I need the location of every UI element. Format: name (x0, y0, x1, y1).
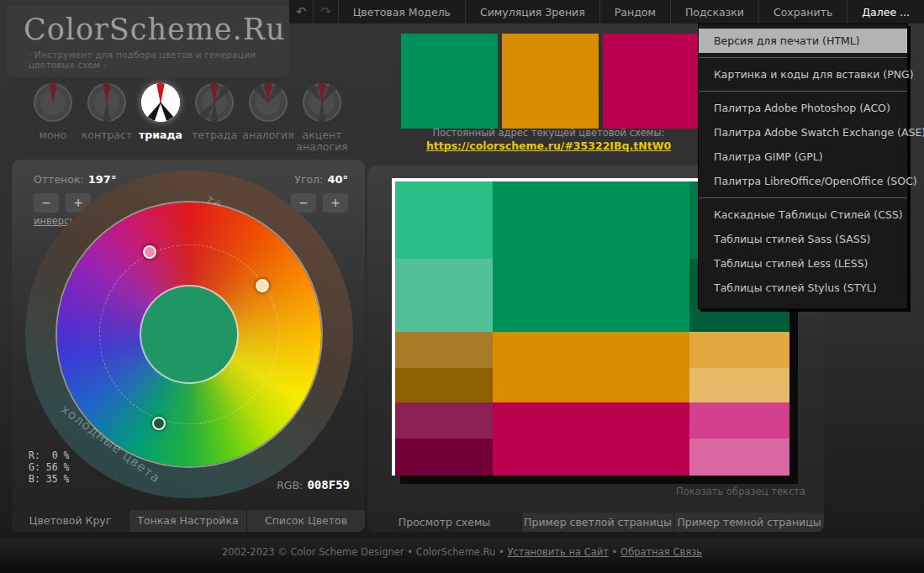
mode-triad[interactable]: триада (134, 83, 187, 154)
undo-icon[interactable]: ↶ (289, 0, 314, 24)
rgb-label: RGB: (277, 479, 303, 492)
feedback-link[interactable]: Обратная Связь (620, 546, 702, 558)
preview-cell-tertiary (493, 402, 689, 476)
angle-value: 40° (327, 173, 348, 186)
menu-separator (699, 57, 907, 58)
accent-analogic-dial-icon (303, 83, 341, 122)
tab-color-wheel[interactable]: Цветовой Круг (12, 510, 129, 532)
menu-item-less[interactable]: Таблицы стилей Less (LESS) (699, 251, 907, 276)
tab-scheme-view[interactable]: Просмотр схемы (367, 513, 522, 532)
toolbar: ↶ ↷ Цветовая Модель Симуляция Зрения Ран… (289, 0, 924, 24)
toolbar-hints-button[interactable]: Подсказки (671, 0, 759, 24)
colorscheme-app: ColorScheme.Ru · Инструмент для подбора … (0, 0, 924, 573)
show-sample-text-link[interactable]: Показать образец текста (676, 486, 805, 497)
preview-cell (395, 439, 493, 476)
preview-cell-secondary (493, 332, 689, 402)
wheel-center-swatch (141, 286, 237, 382)
install-on-site-link[interactable]: Установить на Сайт (507, 546, 609, 558)
preview-cell (395, 332, 493, 368)
menu-item-gpl[interactable]: Палитра GIMP (GPL) (699, 145, 907, 169)
preview-cell (395, 368, 493, 402)
scheme-swatch-strip (401, 34, 700, 129)
tab-fine-tuning[interactable]: Тонкая Настройка (129, 510, 247, 532)
toolbar-color-model-button[interactable]: Цветовая Модель (339, 0, 466, 24)
toolbar-random-button[interactable]: Рандом (600, 0, 671, 24)
logo-panel: ColorScheme.Ru · Инструмент для подбора … (7, 5, 289, 77)
page-title: ColorScheme.Ru (7, 5, 289, 46)
swatch-green (401, 34, 498, 129)
preview-cell (689, 332, 789, 368)
contrast-dial-icon (87, 83, 126, 122)
toolbar-more-button[interactable]: Далее ... (847, 0, 924, 24)
tab-light-page-example[interactable]: Пример светлой страницы (522, 513, 674, 532)
scheme-url-link[interactable]: https://colorscheme.ru/#35322IBq.tNtW0 (401, 139, 696, 152)
analogic-dial-icon (249, 83, 288, 122)
hue-minus-button[interactable]: − (34, 193, 59, 213)
mode-mono[interactable]: моно (26, 83, 80, 154)
mode-analogic[interactable]: аналогия (241, 83, 295, 154)
mode-contrast[interactable]: контраст (80, 83, 134, 154)
hue-label: Оттенок: (34, 173, 84, 186)
swatch-orange (502, 34, 599, 129)
mode-tetrad[interactable]: тетрада (187, 83, 241, 154)
color-wheel-panel: Оттенок: 197° − + Угол: 40° − + инверсия… (12, 160, 365, 510)
preview-cell (395, 181, 493, 259)
page-subtitle: · Инструмент для подбора цветов и генера… (7, 46, 289, 70)
preview-cell (689, 439, 789, 476)
mode-accent-analogic[interactable]: акцент аналогия (295, 83, 349, 154)
preview-cell (689, 368, 789, 402)
swatch-magenta (603, 34, 700, 129)
scheme-mode-selector: моно контраст триада тетрада (26, 83, 349, 154)
menu-item-png[interactable]: Картинка и коды для вставки (PNG) (699, 62, 907, 87)
menu-separator (699, 197, 907, 198)
wheel-marker-magenta[interactable] (143, 245, 156, 259)
menu-item-styl[interactable]: Таблицы стилей Stylus (STYL) (699, 276, 907, 300)
rgb-percentages: R: 0 % G: 56 % B: 35 % (29, 449, 69, 485)
menu-item-ase[interactable]: Палитра Adobe Swatch Exchange (ASE) (699, 120, 907, 145)
tab-dark-page-example[interactable]: Пример темной страницы (674, 513, 824, 532)
scheme-url-label: Постоянный адрес текущей цветовой схемы: (401, 127, 696, 139)
preview-cell-primary (493, 181, 689, 332)
angle-label: Угол: (294, 173, 323, 186)
triad-dial-icon (141, 83, 180, 122)
menu-separator (699, 91, 907, 92)
tab-color-list[interactable]: Список Цветов (247, 510, 365, 532)
menu-item-soc[interactable]: Палитра LibreOffice/OpenOffice (SOC) (699, 169, 907, 193)
mono-dial-icon (34, 83, 72, 122)
preview-cell (395, 402, 493, 439)
redo-icon[interactable]: ↷ (314, 0, 338, 24)
footer-copyright: 2002-2023 © Color Scheme Designer • Colo… (222, 546, 495, 558)
wheel-marker-orange[interactable] (256, 279, 269, 292)
hue-value: 197° (88, 173, 117, 186)
toolbar-save-button[interactable]: Сохранить (759, 0, 847, 24)
preview-cell (395, 259, 493, 332)
preview-cell (689, 402, 789, 439)
menu-item-sass[interactable]: Таблицы стилей Sass (SASS) (699, 227, 907, 251)
angle-plus-button[interactable]: + (323, 193, 348, 213)
wheel-marker-green[interactable] (152, 417, 166, 430)
menu-item-css[interactable]: Каскадные Таблицы Стилей (CSS) (699, 202, 907, 227)
footer: 2002-2023 © Color Scheme Designer • Colo… (0, 539, 924, 573)
wheel-panel-tabs: Цветовой Круг Тонкая Настройка Список Цв… (12, 510, 365, 532)
preview-panel-tabs: Просмотр схемы Пример светлой страницы П… (367, 513, 824, 532)
menu-item-aco[interactable]: Палитра Adobe Photoshop (ACO) (699, 96, 907, 120)
save-dropdown-menu: Версия для печати (HTML) Картинка и коды… (698, 24, 908, 309)
rgb-hex-value: 008F59 (307, 478, 350, 492)
menu-item-print-html[interactable]: Версия для печати (HTML) (699, 29, 907, 53)
toolbar-vision-simulation-button[interactable]: Симуляция Зрения (466, 0, 600, 24)
tetrad-dial-icon (195, 83, 234, 122)
